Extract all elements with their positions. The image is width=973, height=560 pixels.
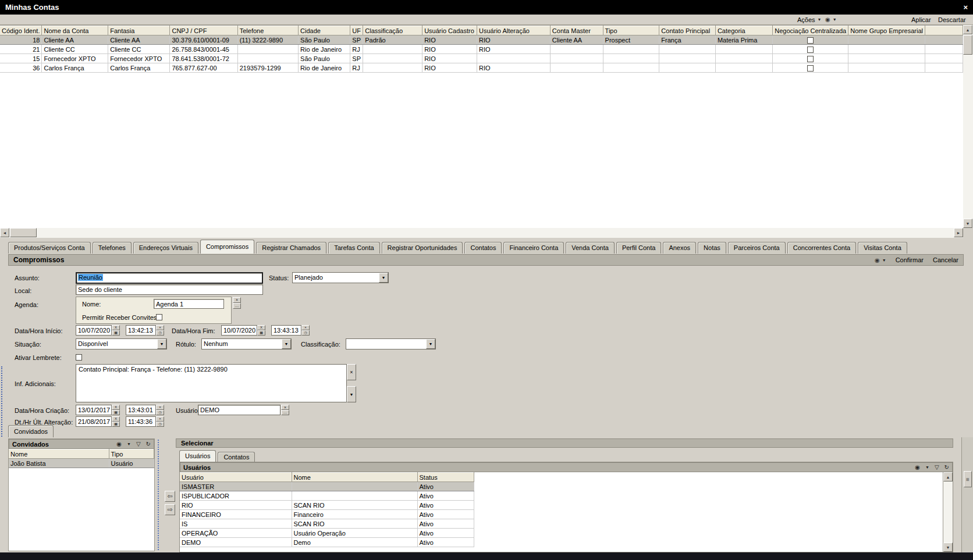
column-header[interactable]: Contato Principal bbox=[659, 26, 716, 35]
table-row[interactable]: 15Fornecedor XPTOFornecedor XPTO78.641.5… bbox=[0, 54, 963, 63]
clear-date-icon[interactable]: X bbox=[257, 325, 265, 330]
tab-registrar-chamados[interactable]: Registrar Chamados bbox=[256, 242, 326, 254]
clear-icon[interactable]: × bbox=[156, 416, 164, 422]
table-row[interactable]: ISSCAN RIOAtivo bbox=[180, 519, 474, 529]
tab-concorrentes-conta[interactable]: Concorrentes Conta bbox=[787, 242, 856, 254]
move-left-button[interactable]: ⇦ bbox=[165, 491, 175, 502]
calendar-icon[interactable]: ▦ bbox=[112, 422, 120, 427]
agenda-nome-input[interactable]: Agenda 1 bbox=[154, 299, 224, 309]
usuario-input[interactable]: DEMO bbox=[198, 405, 280, 415]
column-header[interactable]: Usuário bbox=[180, 473, 292, 482]
scroll-thumb[interactable] bbox=[10, 228, 37, 237]
panel-collapse-splitter[interactable] bbox=[1, 366, 7, 448]
descartar-button[interactable]: Descartar bbox=[938, 16, 966, 23]
aplicar-button[interactable]: Aplicar bbox=[911, 16, 931, 23]
table-row[interactable]: OPERAÇÃOUsuário OperaçãoAtivo bbox=[180, 529, 474, 538]
eye-icon[interactable]: ◉ bbox=[915, 464, 920, 470]
clock-icon[interactable]: ◷ bbox=[156, 422, 164, 427]
column-header[interactable]: Nome Grupo Empresarial bbox=[848, 26, 925, 35]
clear-icon[interactable]: × bbox=[156, 405, 164, 410]
tab-compromissos[interactable]: Compromissos bbox=[200, 240, 254, 254]
column-header[interactable]: Negociação Centralizada bbox=[773, 26, 848, 35]
table-row[interactable]: RIOSCAN RIOAtivo bbox=[180, 501, 474, 510]
scroll-right-icon[interactable]: ► bbox=[954, 228, 963, 237]
scroll-up-icon[interactable]: ▲ bbox=[963, 25, 972, 34]
refresh-icon[interactable]: ↻ bbox=[944, 464, 949, 470]
table-row[interactable]: ISMASTERAtivo bbox=[180, 482, 474, 491]
filter-icon[interactable]: ▽ bbox=[136, 441, 141, 447]
scroll-left-icon[interactable]: ◄ bbox=[0, 228, 9, 237]
clear-icon[interactable]: × bbox=[156, 325, 164, 330]
checkbox[interactable] bbox=[807, 56, 814, 62]
tab-tarefas-conta[interactable]: Tarefas Conta bbox=[328, 242, 379, 254]
clear-date-icon[interactable]: X bbox=[112, 405, 120, 410]
table-row[interactable]: DEMODemoAtivo bbox=[180, 538, 474, 547]
tab-notas[interactable]: Notas bbox=[698, 242, 726, 254]
calendar-icon[interactable]: ▦ bbox=[257, 330, 265, 336]
scroll-thumb[interactable] bbox=[963, 35, 972, 55]
calendar-icon[interactable]: ▦ bbox=[112, 410, 120, 415]
table-row[interactable]: 36Carlos FrançaCarlos França765.877.627-… bbox=[0, 63, 963, 73]
close-icon[interactable]: × bbox=[963, 3, 968, 12]
tab-telefones[interactable]: Telefones bbox=[93, 242, 132, 254]
table-row[interactable]: 18Cliente AACliente AA30.379.610/0001-09… bbox=[0, 35, 963, 45]
tab-anexos[interactable]: Anexos bbox=[663, 242, 696, 254]
tab-produtos-servi-os-conta[interactable]: Produtos/Serviços Conta bbox=[8, 242, 91, 254]
lembrete-checkbox[interactable] bbox=[76, 354, 82, 361]
column-header[interactable]: Fantasia bbox=[108, 26, 170, 35]
calendar-icon[interactable]: ▦ bbox=[112, 330, 120, 336]
clear-icon[interactable]: × bbox=[347, 364, 356, 380]
lookup-icon[interactable]: … bbox=[233, 303, 241, 309]
tab-registrar-oportunidades[interactable]: Registrar Oportunidades bbox=[382, 242, 463, 254]
usuarios-vscrollbar[interactable]: ▲ ▼ bbox=[943, 472, 953, 552]
table-row[interactable]: 21Cliente CCCliente CC26.758.843/0001-45… bbox=[0, 45, 963, 54]
checkbox[interactable] bbox=[807, 37, 814, 44]
classificacao-select[interactable]: ▼ bbox=[346, 338, 436, 349]
column-header[interactable]: Nome da Conta bbox=[42, 26, 108, 35]
confirmar-button[interactable]: Confirmar bbox=[896, 256, 924, 263]
permitir-convites-checkbox[interactable] bbox=[156, 314, 162, 320]
alteracao-time-field[interactable]: 11:43:36 ×◷ bbox=[126, 416, 164, 427]
tab-venda-conta[interactable]: Venda Conta bbox=[566, 242, 615, 254]
clock-icon[interactable]: ◷ bbox=[156, 330, 164, 336]
clear-date-icon[interactable]: X bbox=[112, 325, 120, 330]
column-header[interactable]: Tipo bbox=[603, 26, 659, 35]
tab-perfil-conta[interactable]: Perfil Conta bbox=[616, 242, 661, 254]
column-header[interactable]: Nome bbox=[9, 450, 109, 459]
tab-visitas-conta[interactable]: Visitas Conta bbox=[858, 242, 907, 254]
table-row[interactable]: FINANCEIROFinanceiroAtivo bbox=[180, 510, 474, 519]
tab-usuarios[interactable]: Usuários bbox=[179, 450, 216, 462]
refresh-icon[interactable]: ↻ bbox=[146, 441, 151, 447]
clear-icon[interactable]: × bbox=[233, 297, 241, 303]
local-input[interactable]: Sede do cliente bbox=[76, 284, 263, 295]
accounts-vscrollbar[interactable]: ▲ ▼ bbox=[963, 25, 973, 228]
column-header[interactable]: UF bbox=[350, 26, 363, 35]
fim-time-field[interactable]: 13:43:13 ×◷ bbox=[271, 325, 310, 336]
acoes-menu-button[interactable]: Ações ▼ bbox=[797, 16, 822, 23]
chevron-down-icon[interactable]: ▼ bbox=[379, 273, 388, 283]
tab-contatos[interactable]: Contatos bbox=[464, 242, 502, 254]
criacao-time-field[interactable]: 13:43:01 ×◷ bbox=[126, 405, 164, 415]
inf-adicionais-textarea[interactable]: Contato Principal: França - Telefone: (1… bbox=[76, 364, 347, 402]
column-header[interactable]: Código Ident. bbox=[0, 26, 42, 35]
fim-date-field[interactable]: 10/07/2020 X▦ bbox=[221, 325, 265, 336]
outer-splitter-strip[interactable]: ≡ bbox=[961, 437, 973, 552]
splitter-grip-icon[interactable]: ≡ bbox=[964, 471, 972, 487]
chevron-down-icon[interactable]: ▼ bbox=[426, 339, 435, 349]
clock-icon[interactable]: ◷ bbox=[156, 410, 164, 415]
clear-icon[interactable]: × bbox=[281, 405, 289, 410]
clear-date-icon[interactable]: X bbox=[112, 416, 120, 422]
view-options-button[interactable]: ◉ ▼ bbox=[825, 16, 837, 23]
chevron-down-icon[interactable]: ▼ bbox=[925, 465, 929, 469]
chevron-down-icon[interactable]: ▼ bbox=[157, 339, 166, 349]
column-header[interactable]: Cidade bbox=[299, 26, 350, 35]
eye-icon[interactable]: ◉ bbox=[116, 441, 122, 447]
move-right-button[interactable]: ⇨ bbox=[165, 504, 175, 515]
checkbox[interactable] bbox=[807, 47, 814, 53]
tab-endere-os-virtuais[interactable]: Endereços Virtuais bbox=[133, 242, 198, 254]
accounts-hscrollbar[interactable]: ◄ ► bbox=[0, 228, 963, 238]
tab-financeiro-conta[interactable]: Financeiro Conta bbox=[503, 242, 564, 254]
chevron-down-icon[interactable]: ▼ bbox=[127, 442, 131, 446]
assunto-input[interactable]: Reunião bbox=[76, 272, 263, 284]
column-header[interactable]: Conta Master bbox=[550, 26, 603, 35]
